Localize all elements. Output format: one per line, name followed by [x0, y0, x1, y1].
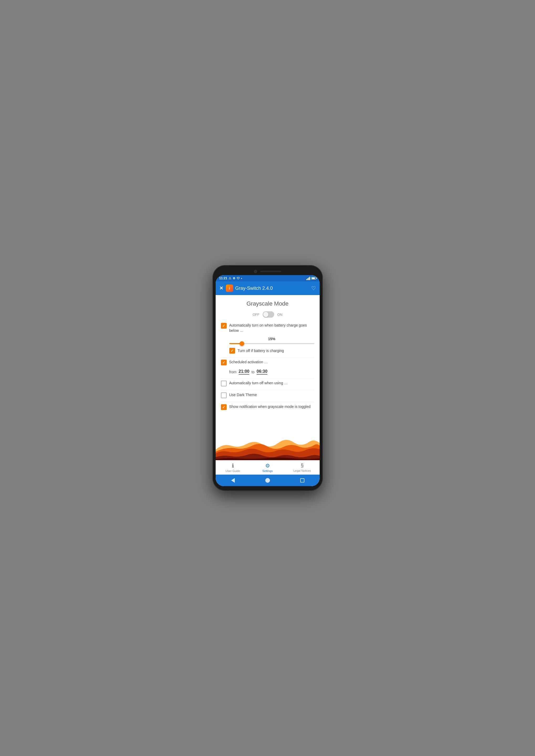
battery-icon	[311, 277, 316, 280]
app-icon: i	[226, 284, 233, 292]
checkbox-notification-label: Show notification when grayscale mode is…	[229, 404, 311, 410]
user-guide-label: User Guide	[226, 469, 240, 472]
checkbox-battery-low-box[interactable]: ✓	[221, 323, 227, 329]
to-time[interactable]: 06:30	[257, 369, 268, 375]
from-time[interactable]: 21:00	[239, 369, 249, 375]
bottom-nav: ℹ User Guide ⚙ Settings § Legal Notices	[216, 460, 320, 474]
legal-label: Legal Notices	[294, 469, 311, 472]
android-nav-bar	[216, 474, 320, 486]
from-label: from	[229, 370, 237, 374]
checkbox-charging-label: Turn off if battery is charging	[238, 349, 284, 353]
status-left: 11:21 ⚠ ⚙ 🛡 ●	[219, 276, 242, 280]
recents-button[interactable]	[299, 477, 305, 483]
app-icon-text: i	[229, 286, 230, 290]
checkbox-dark-theme-label: Use Dark Theme	[229, 392, 257, 398]
status-time: 11:21	[219, 276, 227, 280]
toggle-off-label: OFF	[253, 312, 260, 316]
warning-icon: ⚠	[229, 276, 231, 280]
notification-dot: ●	[241, 277, 242, 280]
checkmark-charging: ✓	[231, 349, 234, 353]
user-guide-icon: ℹ	[232, 463, 234, 469]
checkbox-charging-box[interactable]: ✓	[229, 348, 235, 354]
settings-icon: ⚙	[265, 463, 270, 469]
page-title: Grayscale Mode	[221, 300, 314, 307]
status-right	[306, 277, 316, 280]
landscape-illustration	[216, 429, 320, 460]
main-content: Grayscale Mode OFF ON ✓ Automatically tu…	[216, 295, 320, 486]
grayscale-toggle[interactable]	[263, 311, 274, 318]
nav-settings[interactable]: ⚙ Settings	[250, 460, 285, 474]
settings-status-icon: ⚙	[233, 277, 235, 280]
phone-top-bar	[216, 270, 320, 273]
battery-slider-container	[229, 343, 314, 344]
nav-user-guide[interactable]: ℹ User Guide	[216, 460, 250, 474]
checkbox-scheduled[interactable]: ✓ Scheduled activation …	[221, 360, 314, 365]
toggle-on-label: ON	[277, 312, 283, 316]
battery-fill	[312, 278, 315, 279]
signal-bars	[306, 277, 310, 280]
slider-track[interactable]	[229, 343, 314, 344]
toggle-knob	[263, 312, 268, 317]
checkbox-dark-theme[interactable]: Use Dark Theme	[221, 392, 314, 398]
checkbox-charging[interactable]: ✓ Turn off if battery is charging	[229, 348, 314, 354]
schedule-time-row: from 21:00 to 06:30	[229, 369, 314, 375]
back-icon	[231, 478, 235, 483]
checkbox-battery-low[interactable]: ✓ Automatically turn on when battery cha…	[221, 323, 314, 333]
phone-device: 11:21 ⚠ ⚙ 🛡 ● ✕ i	[212, 265, 323, 491]
close-button[interactable]: ✕	[219, 285, 223, 291]
back-button[interactable]	[230, 477, 236, 483]
signal-bar-4	[309, 277, 310, 280]
nav-legal[interactable]: § Legal Notices	[285, 460, 320, 474]
checkbox-notification-box[interactable]: ✓	[221, 404, 227, 410]
signal-bar-3	[308, 278, 309, 280]
settings-label: Settings	[262, 469, 273, 472]
to-label: to	[251, 370, 255, 374]
recents-icon	[300, 478, 304, 482]
settings-area: Grayscale Mode OFF ON ✓ Automatically tu…	[216, 295, 320, 426]
legal-icon: §	[301, 463, 304, 469]
phone-speaker	[260, 271, 281, 272]
checkmark-scheduled: ✓	[222, 361, 225, 364]
signal-bar-1	[306, 279, 307, 280]
checkbox-dark-theme-box[interactable]	[221, 392, 227, 398]
app-bar: ✕ i Gray-Switch 2.4.0 ♡	[216, 282, 320, 295]
checkbox-scheduled-box[interactable]: ✓	[221, 360, 227, 365]
divider-2	[221, 378, 314, 379]
heart-icon[interactable]: ♡	[311, 285, 316, 291]
home-button[interactable]	[265, 477, 271, 483]
checkmark-notification: ✓	[222, 405, 225, 409]
grayscale-toggle-row: OFF ON	[221, 311, 314, 318]
signal-bar-2	[307, 278, 308, 280]
checkbox-auto-off-box[interactable]	[221, 381, 227, 387]
front-camera	[254, 270, 257, 273]
checkmark-battery-low: ✓	[222, 324, 225, 328]
app-title: Gray-Switch 2.4.0	[235, 285, 311, 291]
divider-1	[221, 357, 314, 358]
shield-status-icon: 🛡	[237, 277, 239, 280]
home-icon	[265, 478, 270, 483]
checkbox-battery-low-label: Automatically turn on when battery charg…	[229, 323, 314, 333]
checkbox-scheduled-label: Scheduled activation …	[229, 360, 268, 365]
status-bar: 11:21 ⚠ ⚙ 🛡 ●	[216, 275, 320, 282]
checkbox-notification[interactable]: ✓ Show notification when grayscale mode …	[221, 404, 314, 410]
slider-thumb[interactable]	[239, 341, 244, 346]
checkbox-auto-off[interactable]: Automatically turn off when using …	[221, 381, 314, 387]
checkbox-auto-off-label: Automatically turn off when using …	[229, 381, 288, 386]
landscape-svg	[216, 429, 320, 460]
battery-percent-value: 15%	[229, 337, 314, 341]
phone-screen: 11:21 ⚠ ⚙ 🛡 ● ✕ i	[216, 275, 320, 486]
